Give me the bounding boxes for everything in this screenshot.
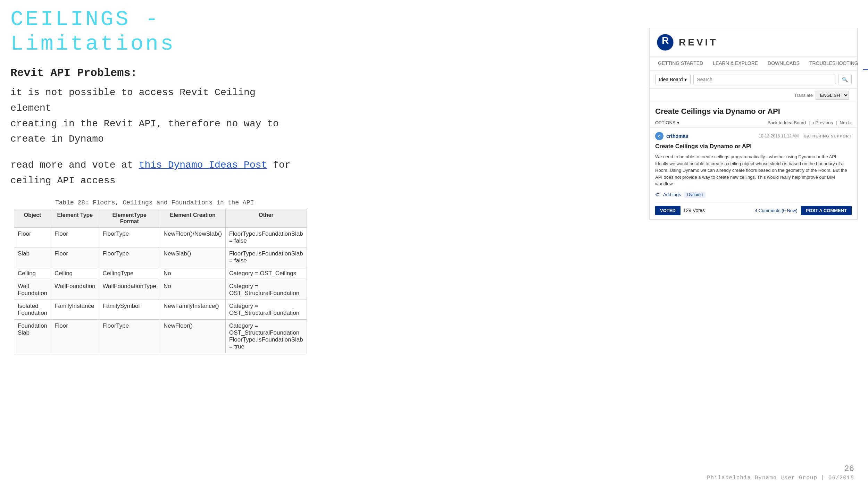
post-body: c crthomas 10-12-2016 11:12 AM GATHERING…: [650, 128, 857, 219]
options-button[interactable]: OPTIONS ▾: [655, 120, 679, 125]
left-panel: CEILINGS - Limitations Revit API Problem…: [10, 7, 295, 353]
author-name[interactable]: crthomas: [666, 133, 688, 139]
svg-text:R: R: [662, 35, 669, 46]
table-cell: CeilingType: [99, 267, 160, 280]
nav-getting-started[interactable]: GETTING STARTED: [653, 57, 708, 70]
table-cell: FamilyInstance: [51, 300, 99, 319]
dynamo-tag[interactable]: Dynamo: [684, 192, 706, 198]
options-nav: OPTIONS ▾ Back to Idea Board | ‹ Previou…: [650, 118, 857, 128]
table-container: Table 28: Floors, Ceilings and Foundatio…: [14, 199, 295, 353]
comment-section: 4 Comments (0 New) POST A COMMENT: [755, 206, 852, 215]
nav-downloads[interactable]: DOWNLOADS: [763, 57, 804, 70]
tags-row: 🏷 Add tags Dynamo: [655, 192, 852, 198]
search-button[interactable]: 🔍: [838, 75, 852, 84]
table-header-row: Object Element Type ElementType Format E…: [14, 209, 307, 227]
table-cell: FloorType: [99, 247, 160, 267]
page-number: 26: [707, 464, 854, 473]
add-tags-link[interactable]: Add tags: [663, 192, 681, 197]
section-heading: Revit API Problems:: [10, 67, 295, 79]
table-cell: FloorType: [99, 319, 160, 353]
table-cell: FamilySymbol: [99, 300, 160, 319]
table-cell: No: [160, 267, 225, 280]
options-arrow-icon: ▾: [677, 120, 679, 125]
table-cell: Category = OST_StructuralFoundation: [226, 280, 307, 300]
dynamo-ideas-link[interactable]: this Dynamo Ideas Post: [139, 160, 267, 170]
chevron-down-icon: ▾: [684, 77, 687, 82]
language-select[interactable]: ENGLISH: [816, 91, 849, 100]
table-row: FloorFloorFloorTypeNewFloor()/NewSlab()F…: [14, 227, 307, 247]
table-cell: Floor: [14, 227, 51, 247]
table-cell: Category = OST_Ceilings: [226, 267, 307, 280]
table-cell: No: [160, 280, 225, 300]
col-element-type: Element Type: [51, 209, 99, 227]
post-title: Create Ceilings via Dynamo or API: [655, 143, 852, 150]
revit-logo-icon: R: [657, 34, 674, 51]
table-cell: FloorType.IsFoundationSlab = false: [226, 247, 307, 267]
revit-nav: GETTING STARTED LEARN & EXPLORE DOWNLOAD…: [650, 57, 857, 70]
table-cell: Floor: [51, 319, 99, 353]
page-title: CEILINGS - Limitations: [10, 7, 295, 56]
idea-board-label: Idea Board: [659, 77, 683, 82]
previous-link[interactable]: ‹ Previous: [812, 120, 833, 125]
revit-header: R REVIT: [650, 28, 857, 57]
table-cell: NewSlab(): [160, 247, 225, 267]
col-element-creation: Element Creation: [160, 209, 225, 227]
footer-org: Philadelphia Dynamo User Group | 06/2018: [707, 475, 854, 481]
divider: |: [809, 120, 810, 125]
options-label: OPTIONS: [655, 120, 676, 125]
tag-icon: 🏷: [655, 192, 660, 197]
next-link[interactable]: Next ›: [840, 120, 852, 125]
api-table: Object Element Type ElementType Format E…: [14, 209, 307, 353]
post-author: c crthomas: [655, 132, 688, 140]
table-cell: Isolated Foundation: [14, 300, 51, 319]
table-caption: Table 28: Floors, Ceilings and Foundatio…: [14, 199, 295, 206]
revit-title: REVIT: [679, 37, 718, 48]
table-body: FloorFloorFloorTypeNewFloor()/NewSlab()F…: [14, 227, 307, 353]
gathering-badge: GATHERING SUPPORT: [804, 134, 852, 138]
avatar-letter: c: [658, 134, 661, 138]
post-meta: c crthomas 10-12-2016 11:12 AM GATHERING…: [655, 132, 852, 140]
table-cell: Category = OST_StructuralFoundation Floo…: [226, 319, 307, 353]
table-cell: WallFoundation: [51, 280, 99, 300]
table-cell: NewFloor()/NewSlab(): [160, 227, 225, 247]
table-cell: Wall Foundation: [14, 280, 51, 300]
nav-forums[interactable]: FORUMS: [863, 57, 868, 70]
col-elementtype-format: ElementType Format: [99, 209, 160, 227]
table-row: Isolated FoundationFamilyInstanceFamilyS…: [14, 300, 307, 319]
search-input[interactable]: [693, 75, 836, 84]
post-content: We need to be able to create ceilings pr…: [655, 153, 852, 187]
nav-links: Back to Idea Board | ‹ Previous | Next ›: [767, 120, 852, 125]
divider2: |: [836, 120, 837, 125]
post-comment-button[interactable]: POST A COMMENT: [801, 206, 852, 215]
table-cell: Category = OST_StructuralFoundation: [226, 300, 307, 319]
table-cell: Floor: [51, 247, 99, 267]
comments-link[interactable]: 4 Comments (0 New): [755, 208, 798, 213]
nav-learn-explore[interactable]: LEARN & EXPLORE: [708, 57, 763, 70]
post-footer: VOTED 129 Votes 4 Comments (0 New) POST …: [655, 202, 852, 215]
table-cell: Foundation Slab: [14, 319, 51, 353]
read-more-prefix: read more and vote at: [10, 160, 139, 170]
nav-troubleshooting[interactable]: TROUBLESHOOTING: [804, 57, 863, 70]
table-cell: Floor: [51, 227, 99, 247]
vote-section: VOTED 129 Votes: [655, 206, 705, 215]
body-text-1: it is not possible to access Revit Ceili…: [10, 85, 295, 147]
table-cell: Ceiling: [51, 267, 99, 280]
avatar: c: [655, 132, 663, 140]
vote-count: 129 Votes: [683, 208, 705, 213]
body-text-2: read more and vote at this Dynamo Ideas …: [10, 158, 295, 189]
translate-row: Translate ENGLISH: [650, 89, 857, 102]
back-to-idea-board-link[interactable]: Back to Idea Board: [767, 120, 806, 125]
table-row: Foundation SlabFloorFloorTypeNewFloor()C…: [14, 319, 307, 353]
voted-button[interactable]: VOTED: [655, 206, 681, 215]
idea-board-select[interactable]: Idea Board ▾: [655, 75, 691, 84]
table-cell: NewFloor(): [160, 319, 225, 353]
table-cell: FloorType.IsFoundationSlab = false: [226, 227, 307, 247]
translate-label: Translate: [794, 93, 813, 98]
table-row: CeilingCeilingCeilingTypeNoCategory = OS…: [14, 267, 307, 280]
col-object: Object: [14, 209, 51, 227]
table-row: SlabFloorFloorTypeNewSlab()FloorType.IsF…: [14, 247, 307, 267]
table-cell: FloorType: [99, 227, 160, 247]
col-other: Other: [226, 209, 307, 227]
table-cell: WallFoundationType: [99, 280, 160, 300]
table-cell: Slab: [14, 247, 51, 267]
